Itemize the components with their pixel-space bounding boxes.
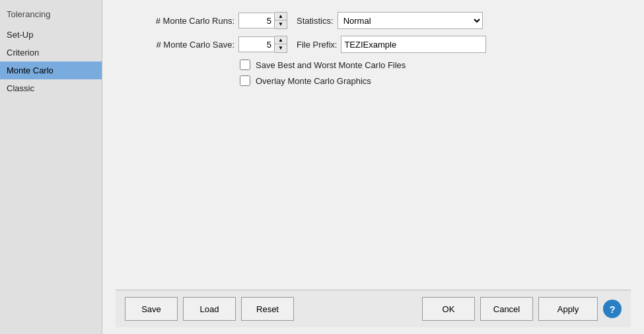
- form-area: # Monte Carlo Runs: ▲ ▼ Statistics: Norm…: [116, 12, 631, 290]
- sidebar: Tolerancing Set-Up Criterion Monte Carlo…: [0, 0, 102, 334]
- checkbox1-row: Save Best and Worst Monte Carlo Files: [240, 60, 631, 70]
- checkbox1-label: Save Best and Worst Monte Carlo Files: [256, 60, 406, 70]
- sidebar-item-criterion[interactable]: Criterion: [0, 44, 102, 62]
- runs-spin-up[interactable]: ▲: [275, 13, 287, 21]
- save-label: # Monte Carlo Save:: [116, 40, 234, 50]
- checkbox2-label: Overlay Monte Carlo Graphics: [256, 76, 371, 86]
- save-spin-down[interactable]: ▼: [275, 44, 287, 52]
- runs-spinbox: ▲ ▼: [238, 12, 287, 29]
- statistics-select[interactable]: Normal Uniform Lognormal: [338, 12, 483, 29]
- runs-row: # Monte Carlo Runs: ▲ ▼ Statistics: Norm…: [116, 12, 631, 29]
- file-prefix-input[interactable]: [341, 36, 486, 53]
- overlay-graphics-checkbox[interactable]: [240, 75, 250, 86]
- runs-label: # Monte Carlo Runs:: [116, 16, 234, 26]
- runs-input[interactable]: [238, 13, 275, 28]
- reset-button[interactable]: Reset: [241, 297, 294, 321]
- sidebar-item-classic[interactable]: Classic: [0, 79, 102, 97]
- file-prefix-label: File Prefix:: [297, 40, 337, 50]
- sidebar-item-setup[interactable]: Set-Up: [0, 26, 102, 44]
- save-button[interactable]: Save: [125, 297, 178, 321]
- statistics-label: Statistics:: [297, 16, 334, 26]
- save-input[interactable]: [238, 36, 275, 52]
- save-spin-up[interactable]: ▲: [275, 36, 287, 44]
- runs-spin-buttons: ▲ ▼: [275, 12, 287, 29]
- save-best-worst-checkbox[interactable]: [240, 60, 250, 70]
- runs-spin-down[interactable]: ▼: [275, 21, 287, 28]
- footer: Save Load Reset OK Cancel Apply ?: [116, 290, 631, 327]
- sidebar-title: Tolerancing: [0, 5, 102, 26]
- footer-right-buttons: OK Cancel Apply ?: [422, 297, 622, 321]
- load-button[interactable]: Load: [183, 297, 236, 321]
- save-spin-buttons: ▲ ▼: [275, 36, 287, 53]
- apply-button[interactable]: Apply: [538, 297, 598, 321]
- cancel-button[interactable]: Cancel: [480, 297, 533, 321]
- footer-left-buttons: Save Load Reset: [125, 297, 422, 321]
- sidebar-item-monte-carlo[interactable]: Monte Carlo: [0, 62, 102, 79]
- save-row: # Monte Carlo Save: ▲ ▼ File Prefix:: [116, 36, 631, 53]
- checkbox2-row: Overlay Monte Carlo Graphics: [240, 75, 631, 86]
- content-area: # Monte Carlo Runs: ▲ ▼ Statistics: Norm…: [102, 0, 644, 334]
- ok-button[interactable]: OK: [422, 297, 475, 321]
- save-spinbox: ▲ ▼: [238, 36, 287, 53]
- help-button[interactable]: ?: [603, 300, 622, 318]
